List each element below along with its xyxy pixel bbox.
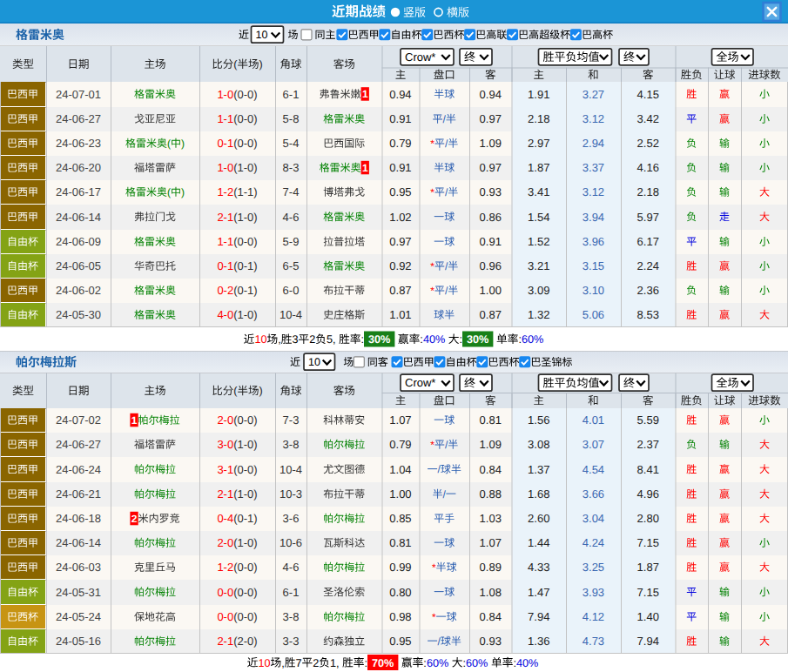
- svg-text:4.73: 4.73: [583, 635, 604, 648]
- svg-text:40%: 40%: [423, 333, 445, 346]
- svg-text:1.37: 1.37: [528, 463, 549, 476]
- svg-text:24-06-20: 24-06-20: [56, 161, 101, 174]
- svg-text:Crow*: Crow*: [405, 376, 435, 389]
- svg-text:60%: 60%: [427, 657, 448, 669]
- svg-text:0-0: 0-0: [217, 586, 233, 599]
- svg-text:3: 3: [292, 333, 298, 346]
- svg-text:4-6: 4-6: [283, 211, 300, 224]
- svg-text:24-06-21: 24-06-21: [56, 487, 101, 501]
- svg-text:0.91: 0.91: [480, 235, 502, 248]
- svg-text:7-4: 7-4: [283, 185, 300, 198]
- svg-text:0-1: 0-1: [217, 259, 233, 272]
- svg-text:10: 10: [258, 657, 270, 669]
- svg-text:(0-0): (0-0): [233, 88, 257, 101]
- svg-text:1.32: 1.32: [528, 308, 549, 321]
- svg-text:,: ,: [278, 333, 281, 346]
- svg-text:2-0: 2-0: [217, 536, 233, 549]
- svg-text:(0-0): (0-0): [233, 561, 257, 574]
- svg-text:7: 7: [295, 657, 301, 669]
- svg-text:0.91: 0.91: [389, 161, 411, 174]
- svg-text:3.09: 3.09: [528, 284, 549, 297]
- svg-text::: :: [460, 333, 463, 346]
- svg-text:*: *: [430, 260, 434, 272]
- svg-text:7.94: 7.94: [528, 610, 549, 623]
- svg-text:0.88: 0.88: [480, 487, 502, 501]
- svg-text:10: 10: [254, 333, 266, 346]
- svg-text:1: 1: [131, 414, 138, 427]
- svg-text:10-6: 10-6: [280, 536, 302, 549]
- svg-text:1.47: 1.47: [528, 586, 549, 599]
- svg-text:1.09: 1.09: [480, 137, 502, 150]
- svg-text:4.33: 4.33: [528, 561, 549, 574]
- svg-text:(1-0): (1-0): [233, 487, 257, 501]
- svg-text:(0-1): (0-1): [233, 259, 257, 272]
- svg-text:2-1: 2-1: [217, 211, 233, 224]
- svg-text:1-1: 1-1: [217, 235, 233, 248]
- svg-text:0.87: 0.87: [389, 284, 411, 297]
- svg-text:(1-1): (1-1): [233, 185, 257, 198]
- svg-text:): ): [259, 58, 263, 71]
- svg-text:8.41: 8.41: [637, 463, 659, 476]
- svg-text:2.60: 2.60: [528, 512, 549, 525]
- svg-text:24-05-31: 24-05-31: [56, 586, 101, 599]
- svg-text:): ): [181, 138, 185, 150]
- svg-text:2: 2: [309, 333, 315, 346]
- svg-text:1.87: 1.87: [637, 561, 659, 574]
- svg-text:0.87: 0.87: [480, 308, 502, 321]
- svg-text:2-1: 2-1: [217, 487, 233, 501]
- svg-text:4.16: 4.16: [637, 161, 659, 174]
- svg-text:0.94: 0.94: [480, 88, 502, 101]
- svg-text:4-6: 4-6: [283, 561, 300, 574]
- svg-text:(1-0): (1-0): [233, 211, 257, 224]
- svg-text:60%: 60%: [466, 657, 488, 669]
- svg-text:7.94: 7.94: [637, 635, 659, 648]
- svg-text:0.79: 0.79: [389, 438, 411, 451]
- svg-text:2.94: 2.94: [583, 137, 604, 150]
- svg-text:1.54: 1.54: [528, 211, 549, 224]
- svg-text:1-2: 1-2: [217, 561, 233, 574]
- svg-text:5,: 5,: [327, 333, 336, 346]
- svg-text:*: *: [430, 285, 434, 297]
- svg-text:24-06-18: 24-06-18: [56, 512, 101, 525]
- svg-text:3.42: 3.42: [637, 112, 659, 125]
- svg-text:24-06-17: 24-06-17: [56, 185, 101, 198]
- svg-text:24-05-24: 24-05-24: [56, 610, 101, 623]
- svg-text:1-0: 1-0: [217, 161, 233, 174]
- svg-text:1.09: 1.09: [480, 438, 502, 451]
- svg-text:*: *: [430, 439, 434, 451]
- svg-text:Crow*: Crow*: [405, 50, 435, 64]
- svg-text:4.12: 4.12: [583, 610, 604, 623]
- svg-text:2: 2: [131, 513, 138, 525]
- svg-text:2.52: 2.52: [637, 137, 659, 150]
- svg-text:40%: 40%: [516, 657, 538, 669]
- svg-text:(: (: [167, 186, 171, 198]
- svg-text:*: *: [432, 561, 436, 574]
- svg-text:8-3: 8-3: [283, 161, 300, 174]
- svg-text:3.21: 3.21: [528, 259, 549, 272]
- svg-text:10-4: 10-4: [280, 463, 302, 476]
- svg-text:60%: 60%: [522, 333, 543, 346]
- svg-text:(0-0): (0-0): [233, 586, 257, 599]
- svg-text:(0-0): (0-0): [233, 112, 257, 125]
- svg-text:30%: 30%: [467, 333, 488, 346]
- svg-text:0.99: 0.99: [389, 561, 411, 574]
- svg-text:0.79: 0.79: [389, 137, 411, 150]
- svg-text:1.02: 1.02: [389, 211, 411, 224]
- svg-text:3.08: 3.08: [528, 438, 549, 451]
- svg-text:1-1: 1-1: [217, 112, 233, 125]
- svg-text:1.00: 1.00: [389, 487, 411, 501]
- svg-text:2.18: 2.18: [637, 185, 659, 198]
- svg-text:0.81: 0.81: [480, 413, 502, 427]
- svg-text:1.03: 1.03: [480, 512, 502, 525]
- svg-text:24-05-30: 24-05-30: [56, 308, 101, 321]
- svg-text:(1-0): (1-0): [233, 438, 257, 451]
- svg-text:(0-0): (0-0): [233, 413, 257, 427]
- svg-text::: :: [365, 657, 368, 669]
- svg-text:0.85: 0.85: [389, 512, 411, 525]
- svg-text:4.96: 4.96: [637, 487, 659, 501]
- svg-text:1.44: 1.44: [528, 536, 549, 549]
- svg-text:1.68: 1.68: [528, 487, 549, 501]
- svg-text:1,: 1,: [330, 657, 340, 669]
- svg-text:3.93: 3.93: [583, 586, 604, 599]
- svg-text:10: 10: [308, 356, 320, 368]
